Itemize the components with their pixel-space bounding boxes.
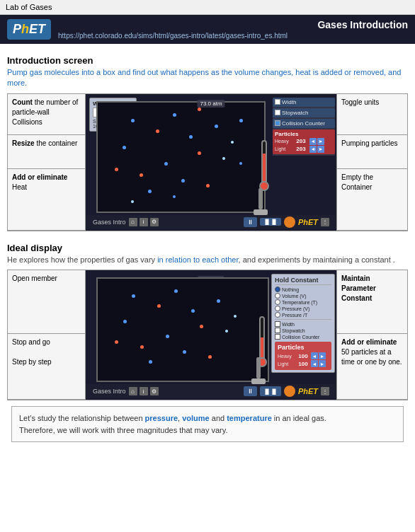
hc-volume-row[interactable]: Volume (V) xyxy=(275,293,331,299)
empty-container-button[interactable] xyxy=(284,216,295,228)
hc-collision-checkbox[interactable] xyxy=(275,334,280,340)
stopwatch-checkbox[interactable] xyxy=(275,110,280,115)
ideal-heavy-decrement[interactable]: ◄ xyxy=(311,352,318,359)
ideal-step-button[interactable]: ▐▌▐▌ xyxy=(260,386,281,396)
ideal-bottom-controls: Gases Intro ⌂ i ⚙ ⏸ ▐▌▐▌ PhET ⋮ xyxy=(86,384,336,398)
ideal-play-pause-button[interactable]: ⏸ xyxy=(244,386,257,396)
top-bar-label: Lab of Gases xyxy=(6,3,52,11)
particle xyxy=(123,146,126,149)
hold-constant-title: Hold Constant xyxy=(275,277,331,285)
collision-label: Collision Counter xyxy=(282,120,325,127)
ideal-light-increment[interactable]: ► xyxy=(319,360,326,367)
ideal-section: Ideal display He explores how the proper… xyxy=(7,243,408,400)
light-btns[interactable]: ◄ ► xyxy=(309,146,324,153)
ideal-settings-icon[interactable]: ⚙ xyxy=(150,387,159,395)
info-icon[interactable]: i xyxy=(140,218,148,226)
ideal-pump-base xyxy=(251,378,266,384)
hc-temp-row[interactable]: Temperature (T) xyxy=(275,299,331,305)
resize-text: the container xyxy=(35,139,78,147)
step-button[interactable]: ▐▌▐▌ xyxy=(260,218,281,226)
settings-icon[interactable]: ⚙ xyxy=(150,218,159,226)
light-decrement[interactable]: ◄ xyxy=(309,146,317,153)
particle xyxy=(206,184,210,187)
ideal-heavy-row: Heavy 100 ◄ ► xyxy=(278,352,329,359)
hc-nothing-label: Nothing xyxy=(282,287,299,292)
intro-section-desc: Pump gas molecules into a box and find o… xyxy=(7,67,408,89)
particle xyxy=(234,315,237,318)
hc-pressure-t-row[interactable]: Pressure /T xyxy=(275,312,331,318)
hc-stopwatch2-label: Stopwatch xyxy=(282,328,305,333)
ideal-heavy-label: Heavy xyxy=(278,354,295,359)
heavy-decrement[interactable]: ◄ xyxy=(309,138,317,145)
light-increment[interactable]: ► xyxy=(317,146,324,153)
particle xyxy=(191,309,195,313)
play-pause-button[interactable]: ⏸ xyxy=(244,217,257,227)
ideal-sim-center: 250 kPa xyxy=(86,270,336,400)
ideal-heavy-increment[interactable]: ► xyxy=(319,352,326,359)
ideal-info-icon[interactable]: i xyxy=(140,387,148,395)
menu-icon[interactable]: ⋮ xyxy=(321,218,329,226)
particle xyxy=(225,330,228,332)
ideal-pump-handle[interactable] xyxy=(256,357,261,378)
note-intro: Let's study the relationship between xyxy=(19,414,145,422)
particle xyxy=(198,108,201,111)
ideal-menu-icon[interactable]: ⋮ xyxy=(321,387,329,395)
collision-checkbox[interactable] xyxy=(275,120,280,126)
hc-collision2-row[interactable]: Collision Counter xyxy=(275,334,331,340)
resize-label-box: Resize the container xyxy=(8,135,85,169)
ctrl-stopwatch-row[interactable]: Stopwatch xyxy=(273,108,335,117)
note-temperature: temperature xyxy=(227,414,272,422)
hc-stopwatch2-row[interactable]: Stopwatch xyxy=(275,328,331,333)
open-member-label: Open member xyxy=(12,274,57,282)
controls-panel: Width Stopwatch Collision Counter Partic… xyxy=(273,98,335,156)
hc-pressure-v-row[interactable]: Pressure (V) xyxy=(275,306,331,311)
hc-pressure-t-radio[interactable] xyxy=(275,312,280,318)
particle xyxy=(164,162,168,166)
resize-bold: Resize xyxy=(12,139,35,147)
ideal-home-icon[interactable]: ⌂ xyxy=(129,387,137,395)
count-label-box: Count the number of particle-wall Collis… xyxy=(8,94,85,135)
width-label: Width xyxy=(282,99,296,105)
ctrl-width-row[interactable]: Width xyxy=(273,98,335,107)
stopwatch-label: Stopwatch xyxy=(282,110,308,116)
hc-stopwatch-checkbox[interactable] xyxy=(275,328,280,333)
ideal-empty-button[interactable] xyxy=(284,386,295,397)
ideal-desc-text: He explores how the properties of gas va… xyxy=(7,255,395,264)
hc-temp-radio[interactable] xyxy=(275,299,280,305)
particle xyxy=(217,299,220,303)
light-count: 203 xyxy=(294,146,308,152)
pumping-particles-label: Pumping particles xyxy=(341,139,397,147)
phet-badge: PhET xyxy=(298,218,318,226)
pressure-value: 73.0 atm xyxy=(197,100,224,108)
light-row: Light 203 ◄ ► xyxy=(275,146,333,153)
ideal-heavy-btns[interactable]: ◄ ► xyxy=(311,352,326,359)
hc-nothing-radio[interactable] xyxy=(275,287,280,292)
maintain-bold: Maintain Parameter Constant xyxy=(341,274,376,302)
particle xyxy=(140,345,144,349)
heavy-count: 203 xyxy=(294,138,308,144)
bottom-controls-bar: Gases Intro ⌂ i ⚙ ⏸ ▐▌▐▌ PhET ⋮ xyxy=(86,215,336,229)
hc-nothing-row[interactable]: Nothing xyxy=(275,287,331,292)
hc-width-checkbox[interactable] xyxy=(275,321,280,327)
hc-width-row[interactable]: Width xyxy=(275,321,331,327)
heavy-row: Heavy 203 ◄ ► xyxy=(275,138,333,145)
thermo-tube xyxy=(261,140,267,183)
hc-volume-radio[interactable] xyxy=(275,293,280,299)
hc-pressure-v-radio[interactable] xyxy=(275,306,280,311)
ideal-pump-area[interactable] xyxy=(248,357,269,384)
ideal-light-btns[interactable]: ◄ ► xyxy=(311,360,326,367)
pump-handle[interactable] xyxy=(258,188,263,209)
ideal-nav-icons: ⌂ i ⚙ xyxy=(129,387,159,395)
pump-area[interactable] xyxy=(250,188,271,215)
intro-section-title: Introduction screen xyxy=(7,55,408,66)
ideal-light-decrement[interactable]: ◄ xyxy=(311,360,318,367)
width-checkbox[interactable] xyxy=(275,99,280,105)
header-url: https://phet.colorado.edu/sims/html/gase… xyxy=(58,32,408,40)
intro-sim-wrapper: Count the number of particle-wall Collis… xyxy=(7,93,408,231)
ctrl-collision-row[interactable]: Collision Counter xyxy=(273,119,335,128)
particle xyxy=(200,325,203,328)
heavy-btns[interactable]: ◄ ► xyxy=(309,138,324,145)
open-member-box: Open member xyxy=(8,270,85,334)
home-icon[interactable]: ⌂ xyxy=(129,218,137,226)
heavy-increment[interactable]: ► xyxy=(317,138,324,145)
